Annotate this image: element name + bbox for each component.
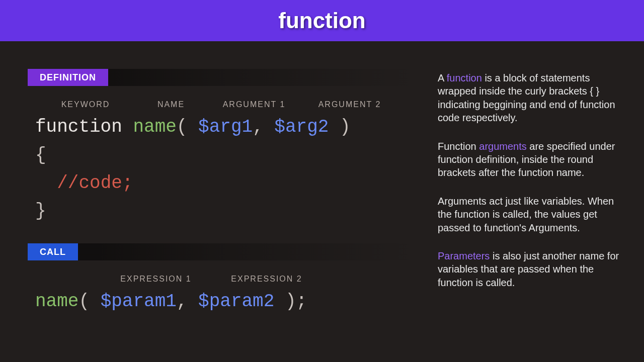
desc-paragraph-1: A function is a block of statements wrap… (438, 71, 629, 125)
desc-paragraph-4: Parameters is also just another name for… (438, 249, 629, 289)
def-open-brace: { (35, 141, 438, 169)
call-open-paren: ( (78, 291, 90, 312)
annotation-arg2: ARGUMENT 2 (302, 100, 397, 109)
desc-p2-a: Function (438, 141, 479, 152)
code-column: DEFINITION KEYWORD NAME ARGUMENT 1 ARGUM… (0, 69, 438, 316)
annotation-name: NAME (136, 100, 206, 109)
def-close-paren: ) (340, 117, 351, 137)
desc-p2-hl: arguments (479, 141, 527, 152)
definition-annotations: KEYWORD NAME ARGUMENT 1 ARGUMENT 2 (28, 100, 438, 109)
definition-code: function name( $arg1, $arg2 ) { //code; … (28, 113, 438, 225)
desc-paragraph-3: Arguments act just like variables. When … (438, 195, 629, 234)
call-close: ); (285, 291, 307, 312)
call-code: name( $param1, $param2 ); (28, 288, 438, 316)
call-param2: $param2 (198, 291, 274, 312)
header-banner: function (0, 0, 644, 41)
annotation-keyword: KEYWORD (35, 100, 136, 109)
call-tag: CALL (28, 243, 78, 260)
annotation-expr2: EXPRESSION 2 (211, 275, 322, 284)
def-arg2: $arg2 (274, 117, 329, 137)
desc-paragraph-2: Function arguments are specified under f… (438, 140, 629, 179)
content-area: DEFINITION KEYWORD NAME ARGUMENT 1 ARGUM… (0, 41, 644, 316)
def-arg1: $arg1 (198, 117, 253, 137)
annotation-arg1: ARGUMENT 1 (206, 100, 302, 109)
annotation-expr1: EXPRESSION 1 (101, 275, 211, 284)
def-comment: //code; (57, 173, 133, 194)
desc-p4-hl: Parameters (438, 250, 490, 261)
call-line-1: name( $param1, $param2 ); (35, 288, 438, 316)
desc-p1-hl: function (447, 72, 482, 83)
desc-p1-a: A (438, 72, 447, 83)
page-title: function (278, 8, 366, 33)
call-tag-row: CALL (28, 243, 420, 260)
def-close-brace: } (35, 197, 438, 225)
description-column: A function is a block of statements wrap… (438, 69, 629, 316)
def-name: name (133, 117, 176, 137)
def-comma: , (253, 117, 264, 137)
definition-tag-row: DEFINITION (28, 69, 420, 86)
definition-tag: DEFINITION (28, 69, 108, 86)
call-comma: , (177, 291, 188, 312)
call-annotations: EXPRESSION 1 EXPRESSION 2 (28, 275, 438, 284)
call-param1: $param1 (101, 291, 177, 312)
def-keyword: function (35, 117, 122, 137)
call-name: name (35, 291, 78, 312)
def-line-1: function name( $arg1, $arg2 ) (35, 113, 438, 141)
def-comment-line: //code; (35, 169, 438, 198)
def-open-paren: ( (177, 117, 188, 137)
